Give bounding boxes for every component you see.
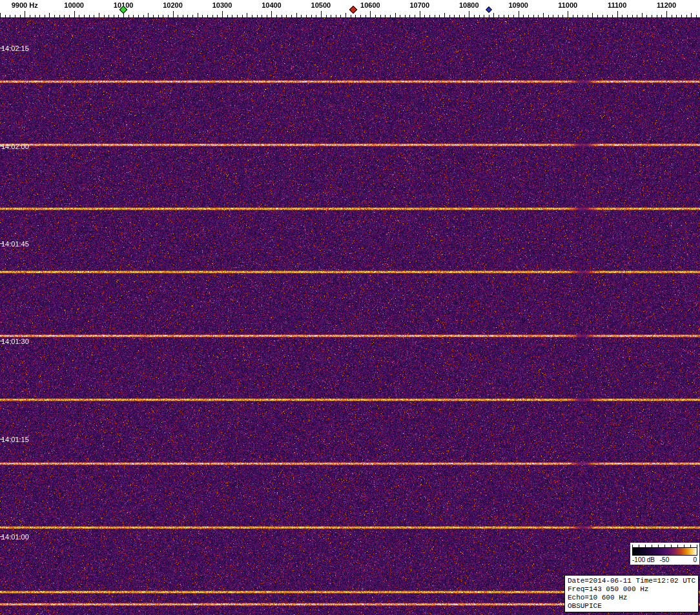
legend-scale-labels: -100 dB-500 [632, 556, 697, 564]
legend-tick [671, 545, 672, 547]
freq-tick-label: 10300 [212, 1, 232, 9]
legend-label: 0 [693, 556, 697, 563]
spectrogram-canvas [0, 18, 700, 615]
freq-tick-label: 10500 [311, 1, 331, 9]
spectrogram-app: 9900 Hz100001010010200103001040010500106… [0, 0, 700, 615]
legend-label: -100 dB [632, 556, 655, 563]
frequency-ruler: 9900 Hz100001010010200103001040010500106… [0, 0, 700, 18]
freq-tick-label: 11000 [558, 1, 577, 9]
time-label: 14:01:30 [1, 338, 29, 345]
info-line-freq: Freq=143 050 000 Hz [568, 585, 695, 594]
info-line-echo: Echo=10 600 Hz [568, 594, 695, 602]
info-line-date: Date=2014-06-11 Time=12:02 UTC [568, 577, 695, 585]
freq-tick-label: 10600 [360, 1, 380, 9]
legend-tick [684, 545, 685, 547]
freq-tick-label: 10000 [64, 1, 84, 9]
time-label: 14:01:00 [1, 533, 29, 541]
freq-tick-label: 11200 [657, 1, 676, 9]
legend-tick-row [632, 544, 697, 547]
freq-tick-label: 9900 Hz [12, 1, 38, 9]
freq-tick-label: 10700 [409, 1, 429, 9]
legend-tick [658, 545, 659, 547]
freq-tick-label: 10900 [508, 1, 528, 9]
time-label: 14:01:45 [1, 240, 29, 248]
freq-tick-label: 10800 [459, 1, 479, 9]
freq-tick-label: 10400 [262, 1, 282, 9]
legend-tick [645, 545, 646, 547]
legend-tick [652, 545, 652, 547]
time-label: 14:02:15 [1, 45, 29, 52]
legend-tick [632, 545, 633, 547]
freq-tick-label: 11100 [608, 1, 626, 9]
intensity-legend: -100 dB-500 [630, 543, 699, 565]
legend-tick [690, 545, 691, 547]
legend-tick [639, 545, 639, 547]
legend-gradient-bar [632, 547, 697, 556]
legend-tick [664, 545, 665, 547]
info-box: Date=2014-06-11 Time=12:02 UTC Freq=143 … [564, 575, 699, 612]
info-line-station: OBSUPICE [568, 602, 695, 610]
legend-label: -50 [660, 556, 669, 563]
time-label: 14:02:00 [1, 143, 29, 150]
freq-tick-label: 10200 [163, 1, 183, 9]
time-label: 14:01:15 [1, 436, 29, 443]
legend-tick [677, 545, 678, 547]
legend-tick [697, 545, 697, 547]
